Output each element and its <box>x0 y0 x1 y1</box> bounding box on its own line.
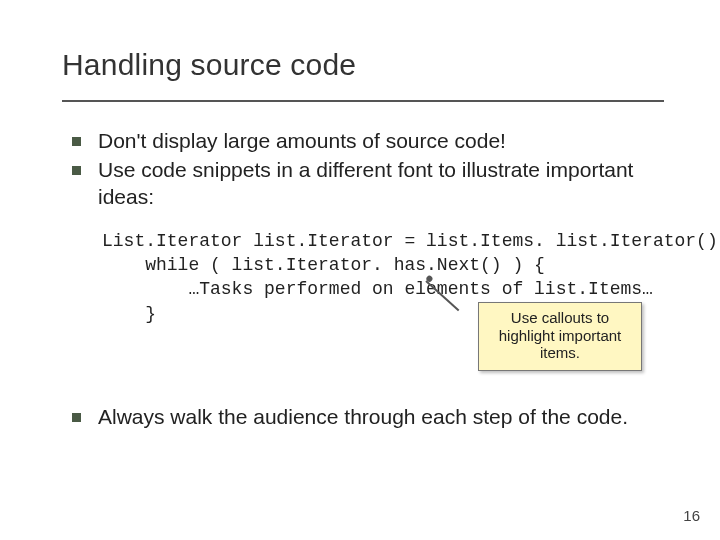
code-line: while ( list.Iterator. has.Next() ) { <box>102 255 545 275</box>
bullet-item: Always walk the audience through each st… <box>68 404 664 431</box>
bullet-list-top: Don't display large amounts of source co… <box>62 128 664 211</box>
callout-box: Use callouts to highlight important item… <box>478 302 642 371</box>
slide-title: Handling source code <box>62 48 664 82</box>
bullet-item: Use code snippets in a different font to… <box>68 157 664 211</box>
bullet-item: Don't display large amounts of source co… <box>68 128 664 155</box>
code-line: List.Iterator list.Iterator = list.Items… <box>102 231 720 251</box>
title-rule <box>62 100 664 102</box>
code-line: …Tasks performed on elements of list.Ite… <box>102 279 653 299</box>
page-number: 16 <box>683 507 700 524</box>
callout-text: Use callouts to highlight important item… <box>499 309 622 361</box>
code-line: } <box>102 304 156 324</box>
bullet-list-bottom: Always walk the audience through each st… <box>62 404 664 431</box>
slide: Handling source code Don't display large… <box>0 0 720 540</box>
